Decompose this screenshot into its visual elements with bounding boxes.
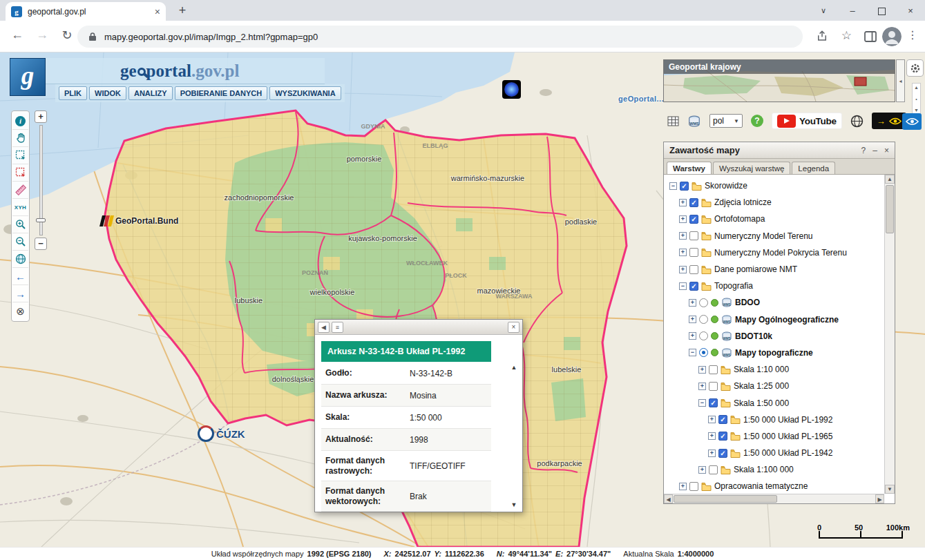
expand-icon[interactable]: +: [708, 416, 716, 423]
layer-checkbox[interactable]: ✓: [689, 282, 698, 291]
layer-radio[interactable]: [699, 315, 708, 324]
panel-horizontal-scrollbar[interactable]: ◀ ▶: [664, 494, 884, 503]
layer-radio[interactable]: [699, 331, 708, 340]
pan-hand-icon[interactable]: [12, 130, 28, 147]
panel-minimize-icon[interactable]: ‒: [872, 146, 877, 155]
side-panel-icon[interactable]: [864, 31, 877, 42]
layer-tree-item[interactable]: −WMSMapy topograficzne: [664, 345, 895, 361]
table-grid-icon[interactable]: [667, 116, 679, 126]
popup-close-icon[interactable]: ×: [508, 322, 519, 333]
wms-service-icon[interactable]: WMS: [687, 115, 701, 127]
mini-scroll-control[interactable]: ▲•▼: [912, 83, 921, 115]
bookmark-star-icon[interactable]: ☆: [841, 28, 852, 43]
youtube-button[interactable]: YouTube: [772, 113, 842, 129]
clear-map-icon[interactable]: ⊗: [12, 302, 28, 320]
language-select[interactable]: pol▼: [709, 114, 743, 128]
accessibility-contrast-button[interactable]: →: [872, 113, 906, 129]
layer-checkbox[interactable]: ✓: [718, 415, 727, 424]
layer-tree-item[interactable]: +WMSMapy Ogólnogeograficzne: [664, 311, 895, 328]
expand-icon[interactable]: +: [689, 332, 696, 340]
layer-tree-item[interactable]: −✓Skala 1:50 000: [664, 394, 895, 411]
expand-icon[interactable]: +: [708, 450, 716, 457]
share-icon[interactable]: [816, 30, 828, 42]
layer-tree-item[interactable]: +✓1:50 000 Układ PL-1965: [664, 428, 895, 445]
zoom-slider[interactable]: [39, 125, 43, 235]
layer-checkbox[interactable]: [709, 365, 718, 374]
layer-checkbox[interactable]: [689, 231, 698, 240]
tab-warstwy[interactable]: Warstwy: [667, 162, 712, 174]
layer-radio[interactable]: [699, 298, 708, 307]
window-minimize-icon[interactable]: –: [838, 6, 867, 16]
layer-label[interactable]: BDOO: [735, 298, 760, 307]
layer-label[interactable]: Ortofotomapa: [714, 214, 765, 224]
layer-tree-item[interactable]: +✓Zdjęcia lotnicze: [664, 194, 895, 211]
layer-tree-item[interactable]: +✓1:50 000 Układ PL-1992: [664, 412, 895, 428]
scroll-down-icon[interactable]: ▼: [885, 485, 895, 494]
new-tab-icon[interactable]: +: [174, 3, 191, 19]
popup-scrollbar[interactable]: ▲ ▼: [509, 364, 519, 508]
scroll-left-icon[interactable]: ◀: [664, 494, 673, 503]
geoportal-logo[interactable]: g: [10, 58, 46, 96]
browser-menu-icon[interactable]: ⋮: [907, 28, 918, 41]
collapse-icon[interactable]: −: [679, 282, 687, 290]
zoom-minus-icon[interactable]: −: [35, 238, 47, 250]
layer-radio[interactable]: [699, 348, 708, 357]
expand-icon[interactable]: +: [679, 483, 687, 490]
forward-icon[interactable]: →: [33, 28, 51, 42]
expand-icon[interactable]: +: [698, 383, 706, 390]
expand-icon[interactable]: +: [679, 249, 687, 256]
menu-pobieranie-danych[interactable]: POBIERANIE DANYCH: [175, 86, 268, 100]
zoom-in-icon[interactable]: [12, 216, 28, 233]
popup-collapse-icon[interactable]: ◀: [318, 322, 330, 333]
collapse-icon[interactable]: −: [698, 399, 706, 407]
layer-checkbox[interactable]: ✓: [689, 198, 698, 207]
layer-checkbox[interactable]: [709, 465, 718, 474]
layer-tree-item[interactable]: +✓1:50 000 Układ PL-1942: [664, 445, 895, 461]
overview-collapse-icon[interactable]: ◂: [896, 59, 905, 102]
layer-label[interactable]: Skala 1:10 000: [734, 365, 789, 374]
layer-tree-item[interactable]: −✓Topografia: [664, 278, 895, 294]
layer-label[interactable]: Zdjęcia lotnicze: [714, 197, 772, 207]
layer-checkbox[interactable]: [689, 482, 698, 491]
menu-plik[interactable]: PLIK: [59, 86, 87, 100]
layer-checkbox[interactable]: [689, 265, 698, 274]
panel-vertical-scrollbar[interactable]: ▲ ▼: [884, 175, 895, 494]
address-bar[interactable]: mapy.geoportal.gov.pl/imap/Imgp_2.html?g…: [77, 26, 803, 48]
layer-tree-item[interactable]: +Opracowania tematyczne: [664, 478, 895, 494]
settings-gear-icon[interactable]: [906, 59, 924, 77]
layer-tree-item[interactable]: +WMSBDOO: [664, 294, 895, 311]
layer-tree-item[interactable]: +✓Ortofotomapa: [664, 211, 895, 227]
site-security-lock-icon[interactable]: [88, 32, 97, 41]
layer-tree-item[interactable]: +Skala 1:10 000: [664, 361, 895, 378]
layer-checkbox[interactable]: ✓: [689, 215, 698, 224]
tab-close-icon[interactable]: ×: [155, 7, 160, 17]
layer-label[interactable]: Numeryczny Model Terenu: [714, 231, 813, 241]
panel-close-icon[interactable]: ×: [884, 146, 889, 155]
layer-checkbox[interactable]: ✓: [718, 432, 727, 441]
profile-avatar[interactable]: [882, 27, 902, 46]
zoom-slider-handle[interactable]: [36, 218, 46, 222]
collapse-icon[interactable]: −: [669, 182, 677, 190]
layer-label[interactable]: BDOT10k: [735, 331, 772, 341]
layer-tree-item[interactable]: −✓Skorowidze: [664, 177, 895, 194]
expand-icon[interactable]: +: [708, 432, 716, 440]
layer-label[interactable]: Numeryczny Model Pokrycia Terenu: [714, 248, 847, 258]
overview-map[interactable]: Geoportal krajowy: [663, 59, 895, 102]
help-icon[interactable]: ?: [751, 115, 763, 127]
tab-wyszukaj-warstwę[interactable]: Wyszukaj warstwę: [713, 162, 790, 174]
layer-checkbox[interactable]: ✓: [709, 398, 718, 407]
window-close-icon[interactable]: ×: [896, 6, 925, 16]
layer-checkbox[interactable]: [709, 382, 718, 391]
expand-icon[interactable]: +: [679, 266, 687, 273]
layer-checkbox[interactable]: [689, 248, 698, 257]
xyh-coordinates-icon[interactable]: XYH: [12, 199, 28, 216]
layer-label[interactable]: Skala 1:50 000: [734, 398, 789, 408]
layer-label[interactable]: 1:50 000 Układ PL-1965: [743, 432, 832, 441]
layer-label[interactable]: 1:50 000 Układ PL-1992: [743, 415, 832, 425]
browser-tab[interactable]: g geoportal.gov.pl ×: [6, 2, 166, 21]
select-red-extent-icon[interactable]: [12, 164, 28, 182]
layer-tree-item[interactable]: +Skala 1:25 000: [664, 378, 895, 394]
layer-tree-item[interactable]: +Dane pomiarowe NMT: [664, 261, 895, 278]
menu-wyszukiwania[interactable]: WYSZUKIWANIA: [269, 86, 341, 100]
reload-icon[interactable]: ↻: [58, 28, 76, 43]
